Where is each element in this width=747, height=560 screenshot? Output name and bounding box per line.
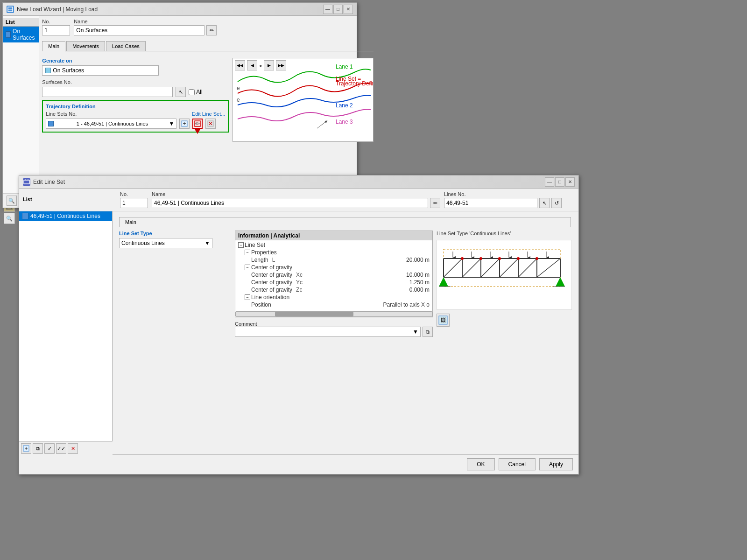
close-button[interactable]: ✕: [344, 5, 353, 14]
main-window-title: New Load Wizard | Moving Load: [17, 6, 98, 13]
title-bar-controls: — □ ✕: [323, 5, 353, 14]
maximize-button[interactable]: □: [333, 5, 343, 14]
list-header: List: [3, 18, 39, 19]
main-window: New Load Wizard | Moving Load — □ ✕ List…: [2, 2, 357, 19]
main-title-bar: New Load Wizard | Moving Load — □ ✕: [3, 3, 357, 16]
minimize-button[interactable]: —: [323, 5, 332, 14]
main-window-icon: [7, 6, 14, 13]
